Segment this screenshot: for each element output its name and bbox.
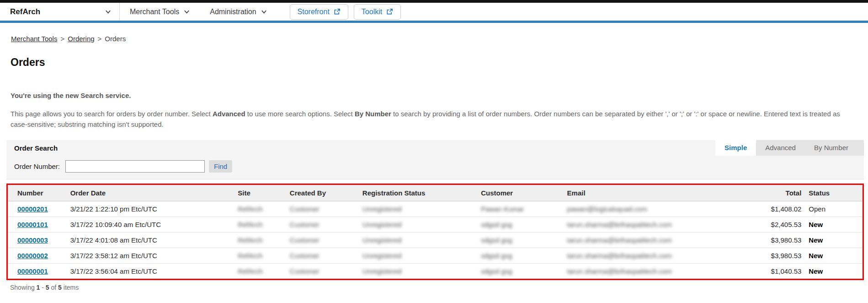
column-header-status: Status [805, 185, 863, 201]
order-search-panel: Order Search Simple Advanced By Number O… [6, 140, 864, 179]
total-cell: $3,980.53 [760, 232, 805, 248]
table-row: 000000033/17/22 4:01:08 am Etc/UTCRefArc… [8, 232, 863, 248]
table-row: 000000013/17/22 3:56:04 am Etc/UTCRefArc… [8, 263, 863, 279]
order-number-link[interactable]: 00000201 [17, 205, 48, 213]
site-selector-dropdown[interactable]: RefArch [0, 3, 120, 21]
registration-status-cell: Unregistered [359, 216, 477, 232]
created-by-cell: Customer [286, 248, 359, 263]
inactive-tabs-group: Advanced By Number [756, 140, 864, 156]
results-count-text: - [40, 284, 45, 291]
description-text: to use more search options. Select [245, 110, 355, 118]
created-by-cell: Customer [286, 263, 359, 279]
panel-spacer [58, 140, 715, 156]
breadcrumb-separator: > [98, 35, 102, 43]
total-cell: $1,408.02 [760, 201, 805, 216]
page-description: This page allows you to search for order… [11, 108, 857, 130]
nav-item-administration[interactable]: Administration [200, 3, 277, 21]
order-search-panel-header: Order Search Simple Advanced By Number [6, 140, 864, 156]
chevron-down-icon [261, 9, 267, 15]
chevron-down-icon [184, 9, 190, 15]
registration-status-cell: Unregistered [359, 232, 477, 248]
created-by-cell: Customer [286, 232, 359, 248]
email-cell: tarun.sharma@brihaspatitech.com [564, 232, 760, 248]
order-date-cell: 3/17/22 3:58:12 am Etc/UTC [67, 248, 234, 263]
column-header-registration-status: Registration Status [359, 185, 477, 201]
description-bold-advanced: Advanced [213, 110, 245, 118]
table-row: 000002013/21/22 1:22:10 pm Etc/UTCRefArc… [8, 201, 863, 216]
customer-cell: sdgsd gsg [477, 216, 563, 232]
toolkit-button-label: Toolkit [362, 8, 382, 16]
order-number-cell: 00000003 [8, 232, 67, 248]
nav-item-label: Administration [210, 8, 256, 16]
order-number-cell: 00000201 [8, 201, 67, 216]
external-link-icon [334, 8, 341, 15]
order-number-cell: 00000001 [8, 263, 67, 279]
tab-advanced[interactable]: Advanced [756, 140, 805, 156]
nav-item-merchant-tools[interactable]: Merchant Tools [120, 3, 200, 21]
site-cell: RefArch [234, 201, 286, 216]
external-link-icon [386, 8, 393, 15]
column-header-total: Total [760, 185, 805, 201]
table-header-row: Number Order Date Site Created By Regist… [8, 185, 863, 201]
order-date-cell: 3/17/22 4:01:08 am Etc/UTC [67, 232, 234, 248]
results-count-text: items [62, 284, 79, 291]
order-number-link[interactable]: 00000001 [17, 267, 48, 275]
tab-by-number[interactable]: By Number [805, 140, 857, 156]
email-cell: tarun.sharma@brihaspatitech.com [564, 216, 760, 232]
customer-cell: sdgsd gsg [477, 248, 563, 263]
breadcrumb-separator: > [60, 35, 64, 43]
registration-status-cell: Unregistered [359, 263, 477, 279]
description-text: This page allows you to search for order… [11, 110, 213, 118]
storefront-button-label: Storefront [298, 8, 330, 16]
customer-cell: sdgsd gsg [477, 232, 563, 248]
table-row: 000001013/17/22 10:09:40 am Etc/UTCRefAr… [8, 216, 863, 232]
nav-item-label: Merchant Tools [130, 8, 179, 16]
order-number-link[interactable]: 00000003 [17, 236, 48, 244]
toolkit-button[interactable]: Toolkit [354, 4, 401, 20]
top-navbar: RefArch Merchant Tools Administration St… [0, 3, 868, 23]
registration-status-cell: Unregistered [359, 201, 477, 216]
order-search-form: Order Number: Find [6, 156, 864, 179]
column-header-customer: Customer [477, 185, 563, 201]
orders-table: Number Order Date Site Created By Regist… [8, 185, 863, 279]
find-button[interactable]: Find [209, 160, 232, 173]
results-count-text: of [49, 284, 58, 291]
order-number-cell: 00000002 [8, 248, 67, 263]
site-cell: RefArch [234, 263, 286, 279]
site-cell: RefArch [234, 232, 286, 248]
page-title: Orders [11, 56, 868, 69]
storefront-button[interactable]: Storefront [290, 4, 348, 20]
total-cell: $2,405.53 [760, 216, 805, 232]
total-cell: $3,980.53 [760, 248, 805, 263]
results-count-total: 5 [58, 284, 62, 291]
order-date-cell: 3/21/22 1:22:10 pm Etc/UTC [67, 201, 234, 216]
status-cell: New [805, 232, 863, 248]
order-number-input[interactable] [65, 160, 205, 173]
order-number-label: Order Number: [14, 162, 60, 170]
order-number-link[interactable]: 00000101 [17, 221, 48, 228]
customer-cell: sdgsd gsg [477, 263, 563, 279]
results-count-end: 5 [46, 284, 49, 291]
site-cell: RefArch [234, 216, 286, 232]
order-date-cell: 3/17/22 3:56:04 am Etc/UTC [67, 263, 234, 279]
column-header-email: Email [564, 185, 760, 201]
breadcrumb-link-merchant-tools[interactable]: Merchant Tools [11, 35, 57, 43]
breadcrumb-link-ordering[interactable]: Ordering [68, 35, 94, 43]
status-cell: New [805, 248, 863, 263]
breadcrumb: Merchant Tools>Ordering>Orders [11, 35, 868, 43]
search-service-notice: You're using the new Search service. [11, 92, 868, 99]
tab-simple[interactable]: Simple [715, 140, 756, 156]
order-number-cell: 00000101 [8, 216, 67, 232]
site-name-label: RefArch [10, 7, 40, 16]
customer-cell: Pawan Kumar [477, 201, 563, 216]
breadcrumb-current: Orders [105, 35, 126, 43]
results-highlight-box: Number Order Date Site Created By Regist… [6, 184, 864, 280]
column-header-site: Site [234, 185, 286, 201]
total-cell: $1,040.53 [760, 263, 805, 279]
email-cell: tarun.sharma@brihaspatitech.com [564, 263, 760, 279]
results-count-text: Showing [10, 284, 37, 291]
order-number-link[interactable]: 00000002 [17, 252, 48, 260]
email-cell: tarun.sharma@brihaspatitech.com [564, 248, 760, 263]
registration-status-cell: Unregistered [359, 248, 477, 263]
column-header-created-by: Created By [286, 185, 359, 201]
